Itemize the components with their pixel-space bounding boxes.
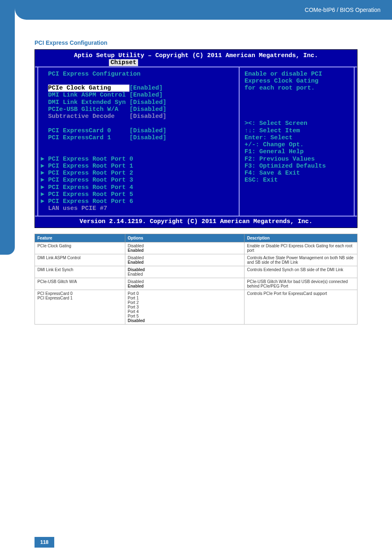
table-row: PCIe-USB Glitch W/ADisabledEnabledPCIe-U… bbox=[35, 278, 357, 290]
cell-feature: PCI ExpressCard 0 PCI ExpressCard 1 bbox=[35, 290, 125, 324]
cell-desc: Enable or Disable PCI Express Clock Gati… bbox=[244, 242, 357, 254]
cell-options: Port 0Port 1Port 2Port 3Port 4Port 5Disa… bbox=[125, 290, 244, 324]
cell-feature: DMI Link Ext Synch bbox=[35, 266, 125, 278]
side-spine bbox=[0, 0, 15, 255]
bios-right-pane: Enable or disable PCI Express Clock Gati… bbox=[240, 67, 355, 216]
table-header-row: Feature Options Description bbox=[35, 234, 357, 242]
cell-desc: Controls Extended Synch on SB side of th… bbox=[244, 266, 357, 278]
table-row: PCI ExpressCard 0 PCI ExpressCard 1Port … bbox=[35, 290, 357, 324]
bios-tabs: Chipset bbox=[109, 59, 357, 66]
th-options: Options bbox=[125, 234, 244, 242]
bios-left-pane: PCI Express Configuration PCIe Clock Gat… bbox=[37, 67, 240, 216]
bios-footer: Version 2.14.1219. Copyright (C) 2011 Am… bbox=[35, 216, 357, 228]
cell-desc: PCIe-USB Glitch W/A for bad USB device(s… bbox=[244, 278, 357, 290]
table-row: DMI Link ASPM ControlDisabledEnabledCont… bbox=[35, 254, 357, 266]
bios-help-text: Enable or disable PCI Express Clock Gati… bbox=[244, 71, 322, 92]
table-row: PCIe Clock GatingDisabledEnabledEnable o… bbox=[35, 242, 357, 254]
feature-table: Feature Options Description PCIe Clock G… bbox=[35, 234, 357, 325]
cell-options: DisabledEnabled bbox=[125, 266, 244, 278]
content-area: PCI Express Configuration Aptio Setup Ut… bbox=[0, 20, 392, 325]
bios-tab-chipset[interactable]: Chipset bbox=[109, 59, 138, 66]
cell-options: DisabledEnabled bbox=[125, 242, 244, 254]
cell-desc: Controls PCIe Port for ExpressCard suppo… bbox=[244, 290, 357, 324]
bios-nav-help: ><: Select Screen ↑↓: Select Item Enter:… bbox=[244, 120, 326, 184]
section-title: PCI Express Configuration bbox=[35, 39, 357, 46]
cell-feature: DMI Link ASPM Control bbox=[35, 254, 125, 266]
table-row: DMI Link Ext SynchDisabledEnabledControl… bbox=[35, 266, 357, 278]
cell-feature: PCIe Clock Gating bbox=[35, 242, 125, 254]
cell-options: DisabledEnabled bbox=[125, 254, 244, 266]
bios-page-heading: PCI Express Configuration bbox=[48, 71, 141, 78]
page-header: COMe-bIP6 / BIOS Operation bbox=[15, 0, 392, 20]
bios-body: PCI Express Configuration PCIe Clock Gat… bbox=[35, 67, 357, 216]
bios-screen: Aptio Setup Utility – Copyright (C) 2011… bbox=[35, 49, 357, 228]
cell-options: DisabledEnabled bbox=[125, 278, 244, 290]
cell-feature: PCIe-USB Glitch W/A bbox=[35, 278, 125, 290]
th-desc: Description bbox=[244, 234, 357, 242]
th-feature: Feature bbox=[35, 234, 125, 242]
bios-settings[interactable]: PCIe Clock Gating [Enabled] DMI Link ASP… bbox=[48, 85, 166, 141]
bios-root-ports[interactable]: ► PCI Express Root Port 0 ► PCI Express … bbox=[38, 148, 133, 212]
bios-title: Aptio Setup Utility – Copyright (C) 2011… bbox=[35, 50, 357, 59]
cell-desc: Controls Active State Power Management o… bbox=[244, 254, 357, 266]
breadcrumb: COMe-bIP6 / BIOS Operation bbox=[305, 7, 380, 13]
